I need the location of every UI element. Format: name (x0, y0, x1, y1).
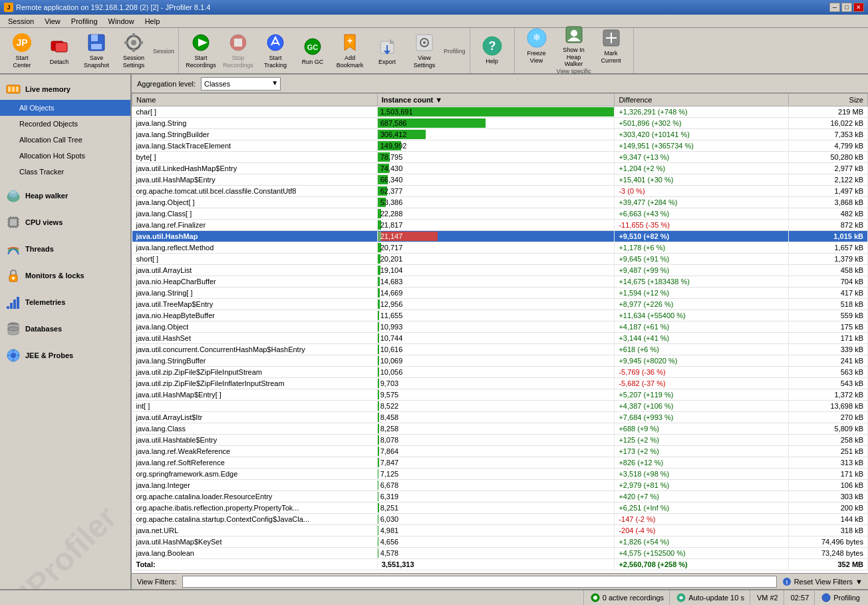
table-row[interactable]: java.lang.ref.WeakReference7,864+173 (+2… (132, 446, 868, 457)
sidebar-item-allocation-hot-spots[interactable]: Allocation Hot Spots (0, 148, 130, 164)
table-row[interactable]: java.lang.String[ ]14,669+1,594 (+12 %)4… (132, 288, 868, 299)
sidebar-item-class-tracker[interactable]: Class Tracker (0, 164, 130, 180)
start-center-button[interactable]: JP StartCenter (4, 31, 40, 70)
menu-session[interactable]: Session (3, 16, 39, 27)
aggregation-arrow: ▼ (271, 79, 278, 87)
table-row[interactable]: java.net.URL4,981-204 (-4 %)318 kB (132, 525, 868, 536)
autoupdate-status: Auto-update 10 s (688, 594, 744, 602)
detach-button[interactable]: Detach (41, 31, 77, 70)
table-row[interactable]: java.util.HashMap$KeySet4,656+1,826 (+54… (132, 536, 868, 548)
table-row[interactable]: java.util.TreeMap$Entry12,956+8,977 (+22… (132, 299, 868, 310)
session-settings-button[interactable]: SessionSettings (116, 31, 152, 70)
col-header-name[interactable]: Name (132, 94, 378, 106)
table-row[interactable]: java.util.ArrayList19,104+9,487 (+99 %)4… (132, 265, 868, 276)
table-row[interactable]: java.util.concurrent.ConcurrentHashMap$H… (132, 344, 868, 355)
table-row[interactable]: int[ ]8,522+4,387 (+106 %)13,698 kB (132, 401, 868, 412)
minimize-button[interactable]: ─ (829, 3, 840, 12)
table-row[interactable]: java.util.Hashtable$Entry8,078+125 (+2 %… (132, 435, 868, 446)
table-row[interactable]: java.util.ArrayList$Itr8,458+7,684 (+993… (132, 412, 868, 423)
title-bar-left: J Remote application on 192.168.1.208 (2… (4, 3, 210, 12)
table-row[interactable]: org.apache.ibatis.reflection.property.Pr… (132, 503, 868, 514)
table-row[interactable]: java.util.HashMap21,147+9,510 (+82 %)1,0… (132, 231, 868, 242)
table-row[interactable]: char[ ]1,503,691+1,326,291 (+748 %)219 M… (132, 106, 868, 118)
total-count: 3,551,313 (377, 559, 615, 570)
add-bookmark-button[interactable]: + AddBookmark (332, 31, 368, 70)
freeze-view-button[interactable]: ❄ FreezeView (519, 27, 555, 65)
cell-instance-count: 11,655 (377, 310, 615, 321)
table-row[interactable]: java.lang.Object10,993+4,187 (+61 %)175 … (132, 321, 868, 333)
view-filters-input[interactable] (182, 576, 777, 588)
table-row[interactable]: java.lang.Boolean4,578+4,575 (+152500 %)… (132, 548, 868, 559)
table-row[interactable]: java.util.HashMap$Entry[ ]9,575+5,207 (+… (132, 389, 868, 401)
stop-recordings-button[interactable]: StopRecordings (220, 31, 256, 70)
sidebar-section-databases-header[interactable]: Databases (0, 315, 130, 339)
run-gc-button[interactable]: GC Run GC (295, 31, 331, 70)
table-row[interactable]: java.util.HashSet10,744+3,144 (+41 %)171… (132, 333, 868, 344)
cell-size: 219 MB (789, 106, 868, 118)
table-row[interactable]: java.nio.HeapByteBuffer11,655+11,634 (+5… (132, 310, 868, 321)
sidebar-item-all-objects[interactable]: All Objects (0, 100, 130, 116)
sidebar-section-heap-walker-label: Heap walker (25, 192, 68, 200)
table-row[interactable]: java.lang.String687,586+501,896 (+302 %)… (132, 118, 868, 129)
table-row[interactable]: java.util.zip.ZipFile$ZipFileInputStream… (132, 367, 868, 378)
table-row[interactable]: short[ ]20,201+9,645 (+91 %)1,379 kB (132, 254, 868, 265)
table-row[interactable]: org.apache.catalina.loader.ResourceEntry… (132, 491, 868, 503)
table-row[interactable]: java.lang.Class[ ]22,288+6,663 (+43 %)48… (132, 208, 868, 220)
sidebar-section-heap-walker-header[interactable]: Heap walker (0, 182, 130, 206)
menu-window[interactable]: Window (103, 16, 140, 27)
table-row[interactable]: org.apache.catalina.startup.ContextConfi… (132, 514, 868, 525)
table-row[interactable]: java.lang.reflect.Method20,717+1,178 (+6… (132, 242, 868, 254)
start-tracking-button[interactable]: StartTracking (257, 31, 293, 70)
title-controls[interactable]: ─ □ ✕ (829, 3, 864, 12)
mark-current-button[interactable]: MarkCurrent (593, 27, 629, 65)
cell-difference: +14,675 (+183438 %) (615, 276, 789, 288)
table-row[interactable]: org.springframework.asm.Edge7,125+3,518 … (132, 469, 868, 480)
cell-name: java.lang.StackTraceElement (132, 140, 378, 152)
cell-difference: +7,684 (+993 %) (615, 412, 789, 423)
sidebar-item-recorded-objects[interactable]: Recorded Objects (0, 116, 130, 132)
table-row[interactable]: java.lang.Class8,258+688 (+9 %)5,809 kB (132, 423, 868, 435)
table-row[interactable]: java.lang.Object[ ]53,386+39,477 (+284 %… (132, 197, 868, 208)
col-header-difference[interactable]: Difference (615, 94, 789, 106)
table-row[interactable]: java.lang.ref.SoftReference7,847+826 (+1… (132, 457, 868, 469)
export-button[interactable]: Export (369, 31, 405, 70)
table-row[interactable]: java.util.LinkedHashMap$Entry74,430+1,20… (132, 163, 868, 174)
sidebar-section-monitors-header[interactable]: Monitors & locks (0, 262, 130, 286)
sidebar-section-threads-header[interactable]: Threads (0, 236, 130, 260)
sidebar-section-live-memory-header[interactable]: Live memory (0, 76, 130, 100)
sidebar-section-jee-probes-header[interactable]: JEE & Probes (0, 342, 130, 366)
table-row[interactable]: byte[ ]78,795+9,347 (+13 %)50,280 kB (132, 152, 868, 163)
count-text: 78,795 (378, 152, 403, 162)
menu-help[interactable]: Help (140, 16, 166, 27)
sidebar-section-cpu-header[interactable]: CPU views (0, 209, 130, 233)
count-text: 21,817 (378, 220, 403, 230)
count-text: 8,522 (378, 401, 399, 411)
menu-profiling[interactable]: Profiling (66, 16, 103, 27)
sidebar-item-allocation-call-tree[interactable]: Allocation Call Tree (0, 132, 130, 148)
table-row[interactable]: java.lang.StringBuffer10,069+9,945 (+802… (132, 355, 868, 367)
table-container[interactable]: Name Instance count ▼ Difference Size ch… (132, 93, 868, 573)
start-recordings-button[interactable]: StartRecordings (183, 31, 219, 70)
reset-view-filters-button[interactable]: ! Reset View Filters ▼ (782, 577, 863, 586)
table-row[interactable]: java.lang.StackTraceElement149,992+149,9… (132, 140, 868, 152)
count-text: 20,717 (378, 242, 403, 253)
show-in-heap-walker-button[interactable]: Show InHeap Walker (556, 27, 592, 65)
aggregation-dropdown[interactable]: Classes ▼ (201, 77, 281, 91)
close-button[interactable]: ✕ (853, 3, 864, 12)
table-row[interactable]: java.util.zip.ZipFile$ZipFileInflaterInp… (132, 378, 868, 389)
bar-green (378, 107, 615, 116)
table-row[interactable]: java.util.HashMap$Entry66,340+15,401 (+3… (132, 174, 868, 186)
col-header-size[interactable]: Size (789, 94, 868, 106)
table-row[interactable]: java.lang.StringBuilder306,412+303,420 (… (132, 129, 868, 140)
table-row[interactable]: java.lang.Integer6,678+2,979 (+81 %)106 … (132, 480, 868, 491)
menu-view[interactable]: View (39, 16, 66, 27)
table-row[interactable]: org.apache.tomcat.util.bcel.classfile.Co… (132, 186, 868, 197)
col-header-instance-count[interactable]: Instance count ▼ (377, 94, 615, 106)
table-row[interactable]: java.lang.ref.Finalizer21,817-11,655 (-3… (132, 220, 868, 231)
sidebar-section-telemetries-header[interactable]: Telemetries (0, 289, 130, 313)
table-row[interactable]: java.nio.HeapCharBuffer14,683+14,675 (+1… (132, 276, 868, 288)
view-settings-button[interactable]: ViewSettings (406, 31, 442, 70)
save-snapshot-button[interactable]: SaveSnapshot (78, 31, 114, 70)
maximize-button[interactable]: □ (841, 3, 852, 12)
help-button[interactable]: ? Help (474, 31, 510, 69)
